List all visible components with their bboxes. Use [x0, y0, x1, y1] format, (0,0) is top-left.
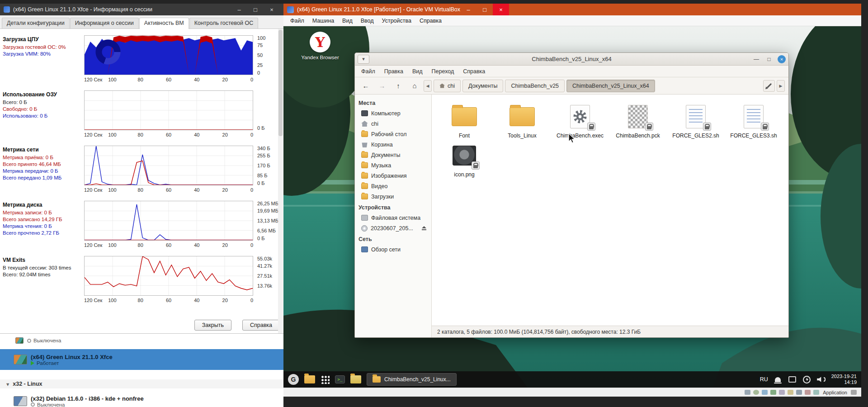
- breadcrumb-documents[interactable]: Документы: [462, 80, 503, 92]
- app-grid-icon[interactable]: [321, 375, 330, 384]
- display-settings-icon[interactable]: [788, 375, 797, 384]
- menu-view[interactable]: Вид: [338, 18, 357, 24]
- scrollbar-thumb[interactable]: [278, 30, 283, 136]
- close-button[interactable]: ×: [264, 4, 280, 15]
- tab-session-info[interactable]: Информация о сессии: [70, 18, 139, 28]
- recording-status-icon[interactable]: [805, 390, 811, 395]
- menu-file[interactable]: Файл: [286, 18, 308, 24]
- vm-group-header[interactable]: ▾ x32 - Linux: [0, 379, 283, 388]
- help-button[interactable]: Справка: [242, 320, 280, 331]
- app-launcher-g-icon[interactable]: G: [288, 374, 299, 385]
- vm-window-titlebar[interactable]: (x64) Green Linux 21.1.0 Xfce [Работает]…: [283, 4, 861, 15]
- tab-guest-control[interactable]: Контроль гостевой ОС: [189, 18, 258, 28]
- computer-icon: [361, 110, 368, 116]
- back-button[interactable]: ←: [359, 80, 373, 92]
- tab-vm-activity[interactable]: Активность ВМ: [139, 18, 189, 29]
- chevron-down-icon[interactable]: ▾: [6, 381, 9, 388]
- up-button[interactable]: ↑: [391, 80, 406, 92]
- file-manager-titlebar[interactable]: ▾ ChimbaBench_v25_Linux_x64 — □ ×: [355, 53, 788, 66]
- clock[interactable]: 2023-19-21 14:19: [831, 374, 857, 385]
- minimize-button[interactable]: –: [231, 4, 247, 15]
- vm-row-selected[interactable]: (x64) Green Linux 21.1.0 Xfce Работает: [0, 349, 283, 370]
- close-button[interactable]: ×: [493, 4, 509, 15]
- crumbs-scroll-right-button[interactable]: ▶: [777, 80, 785, 92]
- window-menu-button[interactable]: ▾: [358, 55, 369, 64]
- vm-row-partial[interactable]: Выключена: [0, 336, 283, 345]
- file-item-chimbabench-exec[interactable]: ChimbaBench.exec: [551, 104, 609, 139]
- close-dialog-button[interactable]: Закрыть: [194, 320, 231, 331]
- maximize-button[interactable]: □: [765, 56, 773, 62]
- vmexits-current-label: В текущей сессии: 303 times: [3, 265, 82, 271]
- crumbs-scroll-left-button[interactable]: ◀: [424, 80, 432, 92]
- vm-status: Выключена: [33, 338, 61, 343]
- file-manager-statusbar: 2 каталога, 5 файлов: 100.0 МиБ (104,814…: [432, 326, 788, 337]
- vertical-scrollbar[interactable]: [278, 29, 283, 333]
- forward-button[interactable]: →: [375, 80, 389, 92]
- menu-file[interactable]: Файл: [357, 68, 380, 75]
- sidebar-item-documents[interactable]: Документы: [355, 150, 431, 160]
- menu-view[interactable]: Вид: [408, 68, 427, 75]
- optical-disc-icon: [361, 225, 368, 232]
- mouse-integration-status-icon[interactable]: [851, 390, 857, 395]
- minimize-button[interactable]: —: [752, 56, 760, 62]
- breadcrumb-home[interactable]: chi: [434, 80, 461, 92]
- breadcrumb-chimbabench-v25[interactable]: ChimbaBench_v25: [505, 80, 565, 92]
- taskbar-window-button[interactable]: ChimbaBench_v25_Linux...: [367, 373, 457, 386]
- menu-help[interactable]: Справка: [458, 68, 490, 75]
- optical-disk-status-icon[interactable]: [753, 390, 759, 395]
- file-item-font[interactable]: Font: [435, 104, 493, 139]
- breadcrumb-current[interactable]: ChimbaBench_v25_Linux_x64: [566, 80, 655, 92]
- audio-status-icon[interactable]: [762, 390, 768, 395]
- network-status-icon[interactable]: [770, 390, 776, 395]
- sidebar-item-optical-disc[interactable]: 20230607_205...: [355, 223, 431, 233]
- menu-edit[interactable]: Правка: [380, 68, 408, 75]
- sidebar-item-desktop[interactable]: Рабочий стол: [355, 129, 431, 139]
- sidebar-item-home[interactable]: chi: [355, 118, 431, 129]
- folder-icon: [361, 194, 368, 199]
- menu-go[interactable]: Переход: [427, 68, 459, 75]
- cpu-chart-xticks: 120 Сек100806040200: [84, 77, 253, 84]
- power-manager-icon[interactable]: [802, 375, 811, 384]
- folder-launcher-icon[interactable]: [304, 375, 315, 383]
- file-manager-toolbar: ← → ↑ ⌂ ◀ chi Документы ChimbaBench_v25 …: [355, 77, 788, 95]
- keyboard-layout-indicator[interactable]: RU: [760, 376, 768, 383]
- sidebar-item-music[interactable]: Музыка: [355, 160, 431, 170]
- eject-icon[interactable]: [421, 226, 427, 231]
- home-button[interactable]: ⌂: [407, 80, 422, 92]
- menu-help[interactable]: Справка: [415, 18, 446, 24]
- sidebar-item-trash[interactable]: Корзина: [355, 139, 431, 150]
- terminal-launcher-icon[interactable]: >_: [335, 375, 345, 383]
- close-button[interactable]: ×: [778, 55, 786, 63]
- shared-folders-status-icon[interactable]: [788, 390, 793, 395]
- menu-machine[interactable]: Машина: [308, 18, 338, 24]
- maximize-button[interactable]: □: [476, 4, 493, 15]
- sidebar-item-computer[interactable]: Компьютер: [355, 108, 431, 118]
- file-item-force-gles3[interactable]: FORCE_GLES3.sh: [725, 104, 783, 139]
- vm-row-debian[interactable]: (x32) Debian 11.6.0 - i386 - kde + nonfr…: [0, 392, 283, 407]
- file-item-chimbabench-pck[interactable]: ChimbaBench.pck: [609, 104, 667, 139]
- sidebar-item-videos[interactable]: Видео: [355, 181, 431, 191]
- sidebar-item-filesystem[interactable]: Файловая система: [355, 213, 431, 223]
- menu-input[interactable]: Ввод: [357, 18, 378, 24]
- file-manager-launcher-icon[interactable]: [350, 375, 361, 383]
- maximize-button[interactable]: □: [247, 4, 264, 15]
- sidebar-item-pictures[interactable]: Изображения: [355, 170, 431, 181]
- file-item-icon-png[interactable]: icon.png: [435, 142, 493, 178]
- file-item-tools-linux[interactable]: Tools_Linux: [493, 104, 551, 139]
- features-status-icon[interactable]: [813, 390, 819, 395]
- display-status-icon[interactable]: [796, 390, 802, 395]
- sidebar-item-downloads[interactable]: Загрузки: [355, 191, 431, 202]
- session-window-titlebar[interactable]: (x64) Green Linux 21.1.0 Xfce - Информац…: [0, 4, 283, 15]
- notifications-bell-icon[interactable]: [774, 375, 783, 384]
- volume-icon[interactable]: [817, 375, 826, 384]
- desktop-icon-yandex-browser[interactable]: Y Yandex Browser: [296, 32, 344, 60]
- menu-devices[interactable]: Устройства: [378, 18, 415, 24]
- cpu-guest-load-label: Загрузка гостевой ОС: 0%: [3, 44, 82, 51]
- sidebar-item-network-browse[interactable]: Обзор сети: [355, 244, 431, 255]
- toggle-location-edit-button[interactable]: [763, 80, 775, 92]
- minimize-button[interactable]: –: [460, 4, 476, 15]
- tab-config-details[interactable]: Детали конфигурации: [2, 18, 70, 28]
- file-item-force-gles2[interactable]: FORCE_GLES2.sh: [667, 104, 725, 139]
- hard-disk-status-icon[interactable]: [745, 390, 750, 395]
- usb-status-icon[interactable]: [779, 390, 785, 395]
